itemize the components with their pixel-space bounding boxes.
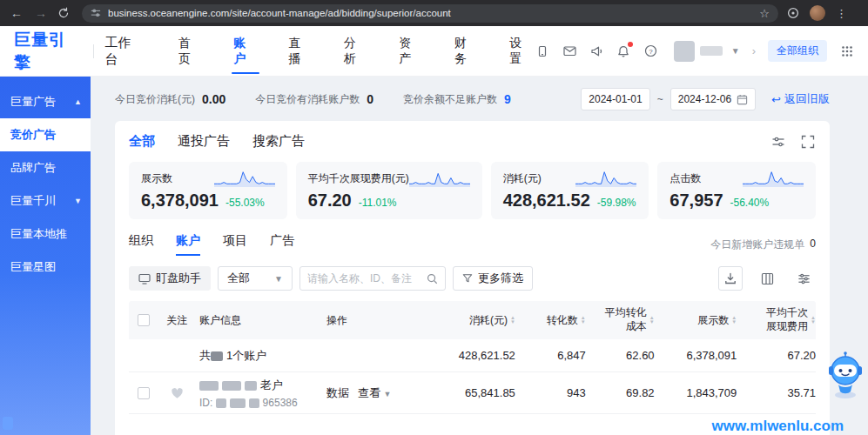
account-name[interactable]: 老户 bbox=[199, 378, 326, 393]
search-icon[interactable] bbox=[427, 273, 438, 284]
device-icon[interactable] bbox=[535, 44, 550, 58]
redacted-text bbox=[222, 381, 241, 391]
help-icon[interactable]: ? bbox=[643, 44, 658, 58]
follow-heart-icon[interactable] bbox=[158, 387, 196, 399]
date-end-value: 2024-12-06 bbox=[678, 93, 731, 105]
search-box bbox=[299, 266, 446, 291]
tab-universal-ad[interactable]: 通投广告 bbox=[178, 133, 230, 150]
cell-cost: 65,841.85 bbox=[427, 386, 515, 399]
sort-icon[interactable]: ▲▼ bbox=[811, 316, 816, 325]
stat-value: 0.00 bbox=[202, 92, 225, 106]
search-input[interactable] bbox=[307, 272, 421, 284]
browser-menu-icon[interactable]: ⋮ bbox=[836, 7, 847, 20]
browser-back-button[interactable]: ← bbox=[9, 6, 24, 20]
date-range-separator: ~ bbox=[657, 93, 663, 105]
header-cost[interactable]: 消耗(元) ▲▼ bbox=[427, 313, 515, 328]
back-to-old-version-link[interactable]: ↩ 返回旧版 bbox=[771, 91, 830, 107]
stat-value[interactable]: 9 bbox=[504, 92, 511, 106]
metric-card-cost[interactable]: 消耗(元) 428,621.52 -59.98% bbox=[491, 162, 649, 219]
summary-conversions: 6,847 bbox=[515, 349, 586, 362]
date-end-input[interactable]: 2024-12-06 bbox=[670, 88, 756, 110]
tab-project[interactable]: 项目 bbox=[223, 233, 247, 256]
nav-item-analysis[interactable]: 分析 bbox=[342, 20, 369, 83]
sidebar-item-qianchuan[interactable]: 巨量千川 ▼ bbox=[0, 184, 91, 218]
redacted-username bbox=[700, 46, 723, 56]
table-toolbar: 盯盘助手 全部 ▼ 更多筛选 bbox=[129, 266, 816, 291]
apps-grid-icon[interactable] bbox=[839, 44, 854, 58]
return-arrow-icon: ↩ bbox=[771, 93, 781, 106]
table-settings-icon[interactable] bbox=[791, 266, 816, 291]
header-account-info: 账户信息 bbox=[196, 313, 326, 328]
data-action-link[interactable]: 数据 bbox=[326, 385, 349, 401]
chevron-right-icon[interactable]: › bbox=[752, 44, 756, 57]
org-selector[interactable]: 全部组织 bbox=[768, 40, 827, 62]
corner-widget[interactable] bbox=[3, 417, 13, 430]
header-impressions[interactable]: 展示数 ▲▼ bbox=[655, 313, 737, 328]
nav-item-finance[interactable]: 财务 bbox=[453, 20, 480, 83]
tab-account[interactable]: 账户 bbox=[176, 233, 200, 256]
tab-search-ad[interactable]: 搜索广告 bbox=[252, 133, 305, 150]
redacted-text bbox=[199, 381, 219, 391]
sidebar-item-juliang-ad[interactable]: 巨量广告 ▲ bbox=[0, 85, 91, 118]
sidebar-item-brand-ad[interactable]: 品牌广告 bbox=[0, 151, 91, 184]
more-filters-button[interactable]: 更多筛选 bbox=[453, 266, 533, 291]
main-menu: 首页 账户 直播 分析 资产 财务 设置 bbox=[177, 20, 535, 83]
nav-item-settings[interactable]: 设置 bbox=[508, 20, 535, 83]
brand-logo[interactable]: 巨量引擎 bbox=[14, 29, 83, 74]
view-action-link[interactable]: 查看 ▼ bbox=[358, 385, 392, 401]
metric-card-clicks[interactable]: 点击数 67,957 -56.40% bbox=[657, 162, 816, 219]
date-start-input[interactable]: 2024-01-01 bbox=[581, 88, 649, 110]
header-cpa[interactable]: 平均转化成本 ▲▼ bbox=[586, 306, 655, 333]
fullscreen-icon[interactable] bbox=[800, 134, 816, 150]
header-cpm[interactable]: 平均千次展现费用 ▲▼ bbox=[737, 306, 816, 333]
nav-item-assets[interactable]: 资产 bbox=[397, 20, 424, 83]
sidebar-item-bidding-ad[interactable]: 竞价广告 bbox=[0, 118, 91, 151]
impressions-sparkline bbox=[214, 170, 275, 187]
metric-card-impressions[interactable]: 展示数 6,378,091 -55.03% bbox=[129, 162, 287, 219]
browser-forward-button[interactable]: → bbox=[33, 6, 49, 20]
column-config-icon[interactable] bbox=[755, 266, 779, 291]
metric-cards: 展示数 6,378,091 -55.03% 平均千次展现费用(元) 67.20 bbox=[129, 162, 816, 219]
tab-all[interactable]: 全部 bbox=[129, 133, 155, 150]
chevron-down-icon: ▼ bbox=[274, 274, 283, 284]
cpm-sparkline bbox=[409, 170, 470, 187]
extensions-icon[interactable] bbox=[787, 7, 799, 19]
metric-label: 平均千次展现费用(元) bbox=[308, 170, 409, 186]
stat-label: 今日竞价消耗(元) bbox=[115, 92, 195, 107]
url-text: business.oceanengine.com/site/account-ma… bbox=[108, 8, 752, 18]
sidebar-item-label: 巨量星图 bbox=[10, 259, 56, 275]
header-conversions[interactable]: 转化数 ▲▼ bbox=[515, 313, 586, 328]
notification-bell-icon[interactable] bbox=[616, 44, 631, 58]
metric-card-cpm[interactable]: 平均千次展现费用(元) 67.20 -11.01% bbox=[296, 162, 482, 219]
sidebar-item-local-push[interactable]: 巨量本地推 bbox=[0, 218, 91, 251]
accounts-table: 关注 账户信息 操作 消耗(元) ▲▼ 转化数 ▲▼ 平均转化成本 ▲▼ bbox=[129, 301, 816, 414]
site-info-icon[interactable] bbox=[91, 8, 101, 18]
nav-item-live[interactable]: 直播 bbox=[287, 20, 314, 83]
assistant-mascot[interactable] bbox=[826, 351, 865, 400]
workspace-label[interactable]: 工作台 bbox=[104, 35, 144, 68]
metric-settings-icon[interactable] bbox=[770, 134, 786, 150]
select-all-checkbox[interactable] bbox=[138, 314, 150, 326]
user-account-menu[interactable]: ▼ bbox=[674, 41, 740, 62]
nav-item-account[interactable]: 账户 bbox=[232, 20, 259, 83]
row-checkbox[interactable] bbox=[138, 387, 150, 399]
scope-select[interactable]: 全部 ▼ bbox=[218, 266, 293, 291]
entity-tabs: 组织 账户 项目 广告 今日新增账户违规单 0 bbox=[129, 233, 816, 256]
table-row[interactable]: 老户 ID: 965386 数据 查看 ▼ 65 bbox=[129, 372, 816, 414]
announcement-icon[interactable] bbox=[589, 44, 604, 58]
sidebar-item-label: 巨量本地推 bbox=[10, 226, 67, 242]
sidebar-item-xingtu[interactable]: 巨量星图 bbox=[0, 251, 91, 284]
browser-profile-avatar[interactable] bbox=[810, 5, 825, 21]
mail-icon[interactable] bbox=[562, 44, 577, 58]
stats-bar: 今日竞价消耗(元) 0.00 今日竞价有消耗账户数 0 竞价余额不足账户数 9 … bbox=[115, 88, 830, 110]
browser-refresh-button[interactable] bbox=[57, 7, 73, 19]
more-filters-label: 更多筛选 bbox=[478, 271, 523, 286]
download-button[interactable] bbox=[718, 266, 743, 291]
tab-organization[interactable]: 组织 bbox=[129, 233, 153, 256]
monitor-assistant-button[interactable]: 盯盘助手 bbox=[129, 266, 211, 291]
nav-item-home[interactable]: 首页 bbox=[177, 20, 204, 83]
assistant-label: 盯盘助手 bbox=[156, 271, 201, 286]
notification-badge bbox=[628, 42, 633, 47]
tab-ad[interactable]: 广告 bbox=[270, 233, 294, 256]
bookmark-star-icon[interactable]: ☆ bbox=[759, 7, 770, 20]
